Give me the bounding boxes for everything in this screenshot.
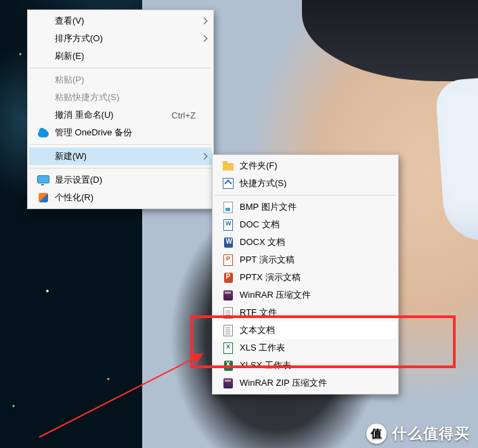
menu-item-onedrive[interactable]: 管理 OneDrive 备份 bbox=[29, 124, 212, 141]
submenu-item-doc[interactable]: DOC 文档 bbox=[214, 216, 397, 233]
photo-hair-region bbox=[302, 0, 478, 81]
photo-mask-region bbox=[435, 68, 478, 244]
menu-separator bbox=[30, 68, 211, 68]
monitor-icon bbox=[35, 174, 52, 186]
menu-label: WinRAR 压缩文件 bbox=[240, 289, 381, 301]
watermark-badge: 值 bbox=[366, 424, 387, 444]
menu-label: 查看(V) bbox=[55, 15, 196, 27]
submenu-item-shortcut[interactable]: 快捷方式(S) bbox=[214, 175, 397, 192]
docx-file-icon bbox=[219, 236, 237, 248]
menu-label: 文本文档 bbox=[240, 324, 381, 336]
menu-label: 粘贴快捷方式(S) bbox=[55, 91, 196, 104]
menu-label: DOCX 文档 bbox=[240, 236, 381, 248]
watermark: 值 什么值得买 bbox=[366, 424, 470, 444]
blank-icon bbox=[35, 32, 52, 45]
blank-icon bbox=[35, 74, 52, 86]
chevron-right-icon bbox=[201, 18, 208, 24]
personalize-icon bbox=[35, 192, 52, 204]
menu-label: XLS 工作表 bbox=[240, 342, 381, 354]
pptx-file-icon bbox=[219, 271, 237, 284]
xls-file-icon bbox=[219, 342, 237, 354]
menu-label: XLSX 工作表 bbox=[240, 359, 381, 372]
menu-item-refresh[interactable]: 刷新(E) bbox=[29, 47, 212, 65]
chevron-right-icon bbox=[201, 35, 208, 42]
menu-label: 撤消 重命名(U) bbox=[55, 109, 160, 121]
onedrive-cloud-icon bbox=[35, 127, 52, 139]
submenu-item-txt[interactable]: 文本文档 bbox=[214, 321, 397, 339]
menu-label: 文件夹(F) bbox=[240, 160, 381, 172]
submenu-item-rar[interactable]: WinRAR 压缩文件 bbox=[214, 286, 397, 304]
watermark-text: 什么值得买 bbox=[392, 424, 470, 444]
submenu-item-ppt[interactable]: PPT 演示文稿 bbox=[214, 251, 397, 269]
blank-icon bbox=[35, 15, 52, 27]
menu-label: 快捷方式(S) bbox=[240, 177, 381, 189]
menu-item-paste: 粘贴(P) bbox=[29, 71, 212, 89]
chevron-right-icon bbox=[201, 153, 208, 160]
menu-label: 显示设置(D) bbox=[55, 174, 196, 186]
doc-file-icon bbox=[219, 219, 237, 231]
menu-label: BMP 图片文件 bbox=[240, 201, 381, 213]
desktop-context-menu: 查看(V) 排序方式(O) 刷新(E) 粘贴(P) 粘贴快捷方式(S) 撤消 重… bbox=[27, 9, 214, 209]
screenshot-stage: 查看(V) 排序方式(O) 刷新(E) 粘贴(P) 粘贴快捷方式(S) 撤消 重… bbox=[0, 0, 478, 448]
menu-shortcut: Ctrl+Z bbox=[171, 110, 196, 120]
blank-icon bbox=[35, 50, 52, 62]
submenu-item-folder[interactable]: 文件夹(F) bbox=[214, 157, 397, 175]
menu-label: 管理 OneDrive 备份 bbox=[55, 127, 196, 139]
blank-icon bbox=[35, 91, 52, 104]
menu-label: PPTX 演示文稿 bbox=[240, 271, 381, 284]
menu-separator bbox=[215, 195, 396, 196]
menu-item-paste-shortcut: 粘贴快捷方式(S) bbox=[29, 89, 212, 106]
new-submenu: 文件夹(F) 快捷方式(S) BMP 图片文件 DOC 文档 DOCX 文档 P… bbox=[212, 154, 399, 395]
menu-separator bbox=[30, 168, 211, 169]
menu-label: 排序方式(O) bbox=[55, 32, 196, 45]
submenu-item-pptx[interactable]: PPTX 演示文稿 bbox=[214, 269, 397, 286]
menu-label: RTF 文件 bbox=[240, 307, 381, 319]
menu-separator bbox=[30, 144, 211, 145]
submenu-item-docx[interactable]: DOCX 文档 bbox=[214, 233, 397, 251]
submenu-item-xls[interactable]: XLS 工作表 bbox=[214, 339, 397, 357]
ppt-file-icon bbox=[219, 254, 237, 266]
xlsx-file-icon bbox=[219, 359, 237, 372]
menu-item-display-settings[interactable]: 显示设置(D) bbox=[29, 171, 212, 189]
submenu-item-bmp[interactable]: BMP 图片文件 bbox=[214, 198, 397, 216]
menu-label: 刷新(E) bbox=[55, 50, 196, 62]
menu-item-new[interactable]: 新建(W) bbox=[29, 148, 212, 165]
bmp-file-icon bbox=[219, 201, 237, 213]
menu-label: 粘贴(P) bbox=[55, 74, 196, 86]
shortcut-icon bbox=[219, 177, 237, 189]
menu-label: 个性化(R) bbox=[55, 192, 196, 204]
menu-item-view[interactable]: 查看(V) bbox=[29, 12, 212, 30]
submenu-item-xlsx[interactable]: XLSX 工作表 bbox=[214, 357, 397, 374]
rtf-file-icon bbox=[219, 307, 237, 319]
menu-item-personalize[interactable]: 个性化(R) bbox=[29, 189, 212, 206]
blank-icon bbox=[35, 109, 52, 121]
txt-file-icon bbox=[219, 324, 237, 336]
menu-label: 新建(W) bbox=[55, 150, 196, 162]
winrar-icon bbox=[219, 289, 237, 301]
menu-label: PPT 演示文稿 bbox=[240, 254, 381, 266]
blank-icon bbox=[35, 150, 52, 162]
menu-item-sort[interactable]: 排序方式(O) bbox=[29, 30, 212, 47]
winrar-icon bbox=[219, 377, 237, 389]
menu-label: WinRAR ZIP 压缩文件 bbox=[240, 377, 381, 389]
folder-icon bbox=[219, 160, 237, 172]
menu-label: DOC 文档 bbox=[240, 219, 381, 231]
submenu-item-zip[interactable]: WinRAR ZIP 压缩文件 bbox=[214, 374, 397, 392]
menu-item-undo[interactable]: 撤消 重命名(U) Ctrl+Z bbox=[29, 106, 212, 124]
submenu-item-rtf[interactable]: RTF 文件 bbox=[214, 304, 397, 321]
